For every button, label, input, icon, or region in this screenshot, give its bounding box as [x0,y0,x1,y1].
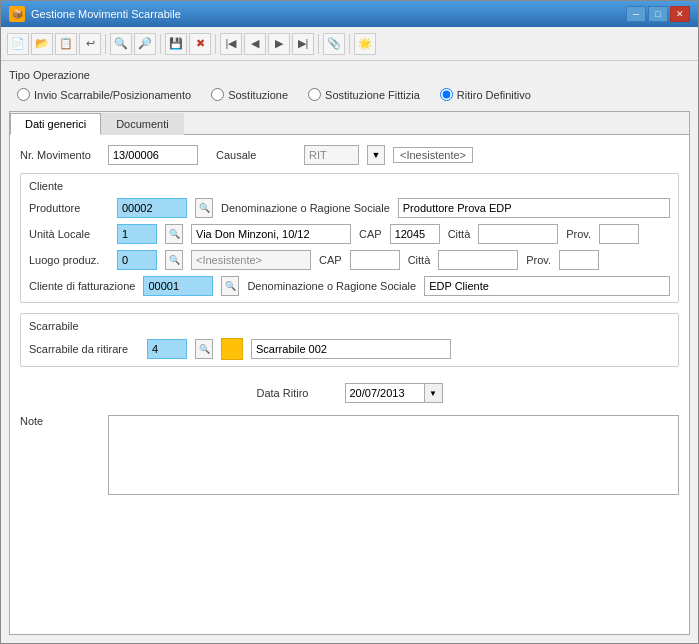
separator-4 [318,34,319,54]
unita-locale-row: Unità Locale 🔍 CAP Città Prov. [29,224,670,244]
radio-sostituzione[interactable]: Sostituzione [211,88,288,101]
causale-label: Causale [216,149,296,161]
separator-1 [105,34,106,54]
app-icon: 📦 [9,6,25,22]
window-title: Gestione Movimenti Scarrabile [31,8,181,20]
radio-invio-input[interactable] [17,88,30,101]
radio-ritiro-definitivo[interactable]: Ritiro Definitivo [440,88,531,101]
scarrabile-id-input[interactable] [147,339,187,359]
unita-locale-input[interactable] [117,224,157,244]
separator-5 [349,34,350,54]
luogo-inesistente-input[interactable] [191,250,311,270]
note-row: Note [20,415,679,495]
luogo-produz-label: Luogo produz. [29,254,109,266]
cliente-section-title: Cliente [29,180,670,192]
nr-movimento-label: Nr. Movimento [20,149,100,161]
date-picker-button[interactable]: ▼ [425,383,443,403]
luogo-produz-lookup-button[interactable]: 🔍 [165,250,183,270]
minimize-button[interactable]: ─ [626,6,646,22]
denominazione2-label: Denominazione o Ragione Sociale [247,280,416,292]
tipo-operazione-label: Tipo Operazione [9,69,690,81]
radio-ritiro-definitivo-label: Ritiro Definitivo [457,89,531,101]
first-record-button[interactable]: |◀ [220,33,242,55]
radio-ritiro-definitivo-input[interactable] [440,88,453,101]
extra-button[interactable]: 🌟 [354,33,376,55]
inesistente-badge: <Inesistente> [393,147,473,163]
undo-button[interactable]: ↩ [79,33,101,55]
cliente-fatturazione-lookup-button[interactable]: 🔍 [221,276,239,296]
unita-locale-label: Unità Locale [29,228,109,240]
scarrabile-da-ritirare-label: Scarrabile da ritirare [29,343,139,355]
close-button[interactable]: ✕ [670,6,690,22]
new-document-button[interactable]: 📄 [7,33,29,55]
data-ritiro-row: Data Ritiro ▼ [20,383,679,403]
cap-label: CAP [359,228,382,240]
toolbar: 📄 📂 📋 ↩ 🔍 🔎 💾 ✖ |◀ ◀ ▶ ▶| 📎 🌟 [1,27,698,61]
prov-input[interactable] [599,224,639,244]
scarrabile-nome-input[interactable] [251,339,451,359]
radio-sostituzione-fittizia-input[interactable] [308,88,321,101]
luogo-citta-input[interactable] [438,250,518,270]
produttore-label: Produttore [29,202,109,214]
nr-movimento-row: Nr. Movimento Causale ▼ <Inesistente> [20,145,679,165]
data-ritiro-label: Data Ritiro [257,387,337,399]
tipo-operazione-radio-group: Invio Scarrabile/Posizionamento Sostituz… [9,84,690,105]
search-button[interactable]: 🔍 [110,33,132,55]
tab-container: Dati generici Documenti Nr. Movimento Ca… [9,111,690,635]
radio-sostituzione-label: Sostituzione [228,89,288,101]
unita-locale-indirizzo-input[interactable] [191,224,351,244]
search2-button[interactable]: 🔎 [134,33,156,55]
tab-dati-generici[interactable]: Dati generici [10,113,101,135]
unita-locale-lookup-button[interactable]: 🔍 [165,224,183,244]
main-content: Tipo Operazione Invio Scarrabile/Posizio… [1,61,698,643]
radio-invio[interactable]: Invio Scarrabile/Posizionamento [17,88,191,101]
prov-label: Prov. [566,228,591,240]
luogo-prov-input[interactable] [559,250,599,270]
separator-2 [160,34,161,54]
cap-input[interactable] [390,224,440,244]
luogo-citta-label: Città [408,254,431,266]
attachments-button[interactable]: 📎 [323,33,345,55]
luogo-cap-label: CAP [319,254,342,266]
luogo-produz-input[interactable] [117,250,157,270]
cliente-fatturazione-input[interactable] [143,276,213,296]
luogo-prov-label: Prov. [526,254,551,266]
nr-movimento-input[interactable] [108,145,198,165]
produttore-input[interactable] [117,198,187,218]
luogo-produz-row: Luogo produz. 🔍 CAP Città Prov. [29,250,670,270]
scarrabile-da-ritirare-row: Scarrabile da ritirare 🔍 [29,338,670,360]
tab-documenti[interactable]: Documenti [101,113,184,135]
cliente-fatturazione-label: Cliente di fatturazione [29,280,135,292]
scarrabile-color-button[interactable] [221,338,243,360]
next-record-button[interactable]: ▶ [268,33,290,55]
scarrabile-section: Scarrabile Scarrabile da ritirare 🔍 [20,313,679,367]
radio-invio-label: Invio Scarrabile/Posizionamento [34,89,191,101]
citta-input[interactable] [478,224,558,244]
cliente-fatturazione-nome-input[interactable] [424,276,670,296]
causale-input[interactable] [304,145,359,165]
last-record-button[interactable]: ▶| [292,33,314,55]
open-button[interactable]: 📂 [31,33,53,55]
data-ritiro-input[interactable] [345,383,425,403]
scarrabile-lookup-button[interactable]: 🔍 [195,339,213,359]
luogo-cap-input[interactable] [350,250,400,270]
radio-sostituzione-fittizia-label: Sostituzione Fittizia [325,89,420,101]
radio-sostituzione-input[interactable] [211,88,224,101]
cliente-fatturazione-row: Cliente di fatturazione 🔍 Denominazione … [29,276,670,296]
prev-record-button[interactable]: ◀ [244,33,266,55]
causale-lookup-button[interactable]: ▼ [367,145,385,165]
copy-button[interactable]: 📋 [55,33,77,55]
note-label: Note [20,415,100,427]
produttore-nome-input[interactable] [398,198,670,218]
note-textarea[interactable] [108,415,679,495]
tipo-operazione-section: Tipo Operazione Invio Scarrabile/Posizio… [9,69,690,105]
save-button[interactable]: 💾 [165,33,187,55]
produttore-lookup-button[interactable]: 🔍 [195,198,213,218]
cliente-section: Cliente Produttore 🔍 Denominazione o Rag… [20,173,679,303]
title-bar: 📦 Gestione Movimenti Scarrabile ─ □ ✕ [1,1,698,27]
delete-button[interactable]: ✖ [189,33,211,55]
main-window: 📦 Gestione Movimenti Scarrabile ─ □ ✕ 📄 … [0,0,699,644]
radio-sostituzione-fittizia[interactable]: Sostituzione Fittizia [308,88,420,101]
maximize-button[interactable]: □ [648,6,668,22]
denominazione-label: Denominazione o Ragione Sociale [221,202,390,214]
